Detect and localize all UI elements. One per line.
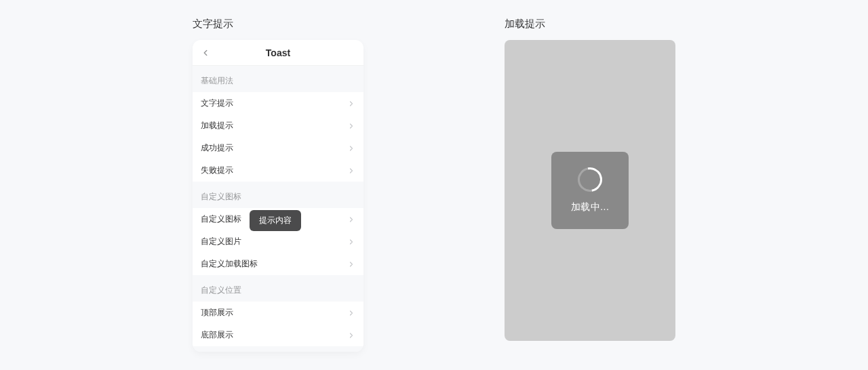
cell-loading-toast[interactable]: 加载提示 — [193, 115, 363, 137]
chevron-right-icon — [347, 238, 355, 246]
cell-label: 底部展示 — [201, 329, 233, 341]
section-title-right: 加载提示 — [505, 18, 675, 30]
chevron-right-icon — [347, 100, 355, 108]
nav-back-button[interactable] — [201, 48, 210, 58]
cell-label: 自定义图标 — [201, 213, 241, 225]
cell-label: 自定义加载图标 — [201, 258, 258, 270]
cell-top-display[interactable]: 顶部展示 — [193, 302, 363, 324]
loading-spinner-icon — [573, 163, 607, 197]
cell-label: 文字提示 — [201, 98, 233, 109]
group-label-basic: 基础用法 — [193, 66, 363, 92]
cell-group-basic: 文字提示 加载提示 成功提示 失败提示 — [193, 92, 363, 182]
cell-custom-image[interactable]: 自定义图片 — [193, 230, 363, 253]
chevron-right-icon — [347, 331, 355, 340]
cell-fail-toast[interactable]: 失败提示 — [193, 159, 363, 182]
toast-popup-text: 提示内容 — [250, 210, 301, 231]
chevron-right-icon — [347, 309, 355, 317]
cell-bottom-display[interactable]: 底部展示 — [193, 324, 363, 346]
loading-text: 加载中... — [571, 201, 610, 213]
group-label-custom-position: 自定义位置 — [193, 275, 363, 302]
cell-group-custom-position: 顶部展示 底部展示 — [193, 302, 363, 346]
chevron-right-icon — [347, 215, 355, 224]
nav-title: Toast — [266, 47, 290, 58]
phone-panel-right: 加载中... — [505, 40, 675, 341]
loading-toast: 加载中... — [551, 152, 629, 229]
chevron-right-icon — [347, 122, 355, 130]
cell-label: 自定义图片 — [201, 236, 241, 247]
cell-label: 加载提示 — [201, 120, 233, 131]
chevron-left-icon — [201, 48, 210, 58]
cell-success-toast[interactable]: 成功提示 — [193, 137, 363, 159]
cell-label: 成功提示 — [201, 142, 233, 154]
cell-label: 失败提示 — [201, 165, 233, 176]
group-label-custom-icon: 自定义图标 — [193, 182, 363, 208]
nav-bar: Toast — [193, 40, 363, 66]
phone-panel-left: Toast 基础用法 文字提示 加载提示 成功提示 失败提示 — [193, 40, 363, 352]
chevron-right-icon — [347, 167, 355, 175]
cell-text-toast[interactable]: 文字提示 — [193, 92, 363, 115]
chevron-right-icon — [347, 260, 355, 268]
section-title-left: 文字提示 — [193, 18, 363, 30]
cell-label: 顶部展示 — [201, 307, 233, 318]
chevron-right-icon — [347, 144, 355, 152]
content-area: 基础用法 文字提示 加载提示 成功提示 失败提示 — [193, 66, 363, 352]
cell-custom-loading-icon[interactable]: 自定义加载图标 — [193, 253, 363, 275]
